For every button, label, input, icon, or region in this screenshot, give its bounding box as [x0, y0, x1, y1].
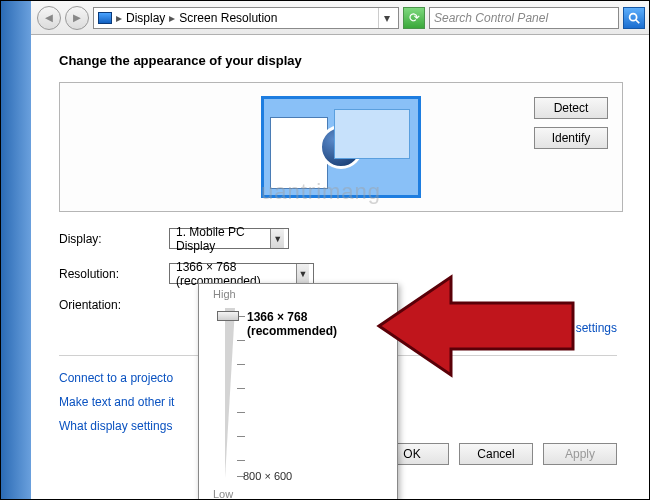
search-icon — [627, 11, 641, 25]
text-size-link[interactable]: Make text and other it — [59, 395, 174, 409]
display-dropdown[interactable]: 1. Mobile PC Display ▼ — [169, 228, 289, 249]
breadcrumb-item-display[interactable]: Display — [126, 11, 165, 25]
back-button[interactable]: ◄ — [37, 6, 61, 30]
chevron-down-icon: ▼ — [270, 229, 284, 248]
slider-high-label: High — [213, 288, 236, 300]
identify-button[interactable]: Identify — [534, 127, 608, 149]
search-button[interactable] — [623, 7, 645, 29]
display-help-link[interactable]: What display settings — [59, 419, 174, 433]
slider-selected-value: 1366 × 768 (recommended) — [247, 310, 397, 338]
resolution-slider-popup[interactable]: High 1366 × 768 (recommended) 800 × 600 … — [198, 283, 398, 500]
display-label: Display: — [59, 232, 169, 246]
search-placeholder: Search Control Panel — [434, 11, 548, 25]
detect-button[interactable]: Detect — [534, 97, 608, 119]
resolution-dropdown[interactable]: 1366 × 768 (recommended) ▼ — [169, 263, 314, 284]
svg-line-1 — [636, 19, 640, 23]
display-dropdown-value: 1. Mobile PC Display — [176, 225, 264, 253]
apply-button[interactable]: Apply — [543, 443, 617, 465]
forward-button[interactable]: ► — [65, 6, 89, 30]
help-links: Connect to a projecto Make text and othe… — [59, 371, 174, 433]
cancel-button[interactable]: Cancel — [459, 443, 533, 465]
slider-tick — [237, 340, 245, 341]
dialog-buttons: OK Cancel Apply — [375, 443, 617, 465]
breadcrumb-item-screenres[interactable]: Screen Resolution — [179, 11, 277, 25]
slider-track[interactable] — [225, 308, 237, 478]
svg-point-0 — [630, 13, 637, 20]
slider-tick — [237, 388, 245, 389]
refresh-button[interactable]: ⟳ — [403, 7, 425, 29]
chevron-right-icon: ▸ — [116, 11, 122, 25]
display-icon — [98, 12, 112, 24]
slider-tick — [237, 412, 245, 413]
display-preview[interactable]: 1 — [261, 96, 421, 198]
search-input[interactable]: Search Control Panel — [429, 7, 619, 29]
slider-low-label: Low — [213, 488, 233, 500]
chevron-down-icon: ▼ — [296, 264, 309, 283]
advanced-settings-link[interactable]: Advanced settings — [519, 321, 617, 335]
resolution-label: Resolution: — [59, 267, 169, 281]
window-frame-left — [1, 1, 31, 500]
orientation-label: Orientation: — [59, 298, 169, 312]
display-arrangement-box: 1 Detect Identify — [59, 82, 623, 212]
page-title: Change the appearance of your display — [59, 53, 623, 68]
slider-track-shape — [225, 308, 235, 478]
chevron-right-icon: ▸ — [169, 11, 175, 25]
slider-tick — [237, 364, 245, 365]
breadcrumb[interactable]: ▸ Display ▸ Screen Resolution ▾ — [93, 7, 399, 29]
slider-tick — [237, 460, 245, 461]
slider-min-label: 800 × 600 — [243, 470, 292, 482]
resolution-field-row: Resolution: 1366 × 768 (recommended) ▼ — [59, 263, 623, 284]
breadcrumb-dropdown[interactable]: ▾ — [378, 8, 394, 28]
connect-projector-link[interactable]: Connect to a projecto — [59, 371, 174, 385]
slider-thumb[interactable] — [217, 311, 239, 321]
display-number-badge: 1 — [319, 125, 363, 169]
slider-tick — [237, 436, 245, 437]
display-field-row: Display: 1. Mobile PC Display ▼ — [59, 228, 623, 249]
navigation-bar: ◄ ► ▸ Display ▸ Screen Resolution ▾ ⟳ Se… — [31, 1, 650, 35]
